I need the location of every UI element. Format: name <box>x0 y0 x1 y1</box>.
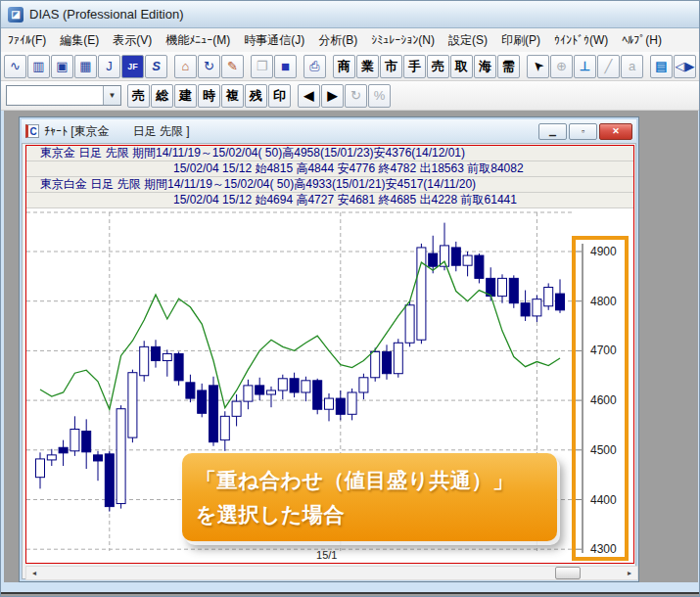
scroll-left-icon[interactable]: ◂ <box>26 567 42 579</box>
symbol-combobox[interactable]: ▼ <box>6 85 121 106</box>
menu-function[interactable]: 機能ﾒﾆｭｰ(M) <box>159 28 237 53</box>
candle <box>533 299 541 316</box>
text-tool-button[interactable]: a <box>621 55 643 78</box>
chart-window: C ﾁｬｰﾄ [東京金 日足 先限 ] ▁ ▫ ✕ 東京金 日足 先限 期間14… <box>19 116 639 582</box>
app-titlebar[interactable]: ◪ DIAS (Professional Edition) <box>1 1 700 28</box>
mdi-frame-left <box>1 111 4 582</box>
chart-window-title: ﾁｬｰﾄ [東京金 日足 先限 ] <box>44 123 537 140</box>
yaxis-tick-label: 4900 <box>590 245 617 258</box>
candle <box>47 455 56 460</box>
stamp-tool-button[interactable]: ⊕ <box>550 55 573 78</box>
candle <box>198 390 207 413</box>
chart-frame: 東京金 日足 先限 期間14/11/19～15/02/04( 50)高4958(… <box>25 145 634 564</box>
quote-header-line-1: 東京金 日足 先限 期間14/11/19～15/02/04( 50)高4958(… <box>26 146 633 161</box>
candle <box>94 455 103 461</box>
menu-help[interactable]: ﾍﾙﾌﾟ(H) <box>615 29 669 51</box>
toolbar-secondary: ▼ 売総建時複残印◀▶↻% <box>1 81 700 111</box>
scrollbar-thumb[interactable] <box>555 567 581 579</box>
chart-refresh-button[interactable]: ↻ <box>198 55 220 78</box>
candle <box>394 343 402 373</box>
quote-board-button[interactable]: ▣ <box>51 55 73 78</box>
report-print-button[interactable]: 印 <box>268 84 291 108</box>
measure-tool-button[interactable]: ⊥ <box>574 55 596 78</box>
home-setup-button[interactable]: ⌂ <box>174 55 197 78</box>
position-button[interactable]: 建 <box>174 84 197 108</box>
industry-button[interactable]: 業 <box>356 55 379 78</box>
menu-jiji-news[interactable]: 時事通信(J) <box>237 28 311 53</box>
menu-view[interactable]: 表示(V) <box>106 28 159 53</box>
menu-settings[interactable]: 設定(S) <box>442 28 494 53</box>
window-cascade-button[interactable]: ❐ <box>251 55 273 78</box>
chart-window-icon: C <box>25 124 39 138</box>
candle <box>383 351 392 373</box>
app-window: ◪ DIAS (Professional Edition) ﾌｧｲﾙ(F)編集(… <box>0 0 700 597</box>
app-title: DIAS (Professional Edition) <box>29 7 184 22</box>
candle <box>36 459 45 478</box>
candle <box>348 392 356 414</box>
trade-button[interactable]: 売 <box>127 84 150 108</box>
line-chart-button[interactable]: ∿ <box>4 55 26 78</box>
candle <box>244 386 253 401</box>
annotation-callout: 「重ね合わせ（値目盛り共通）」 を選択した場合 <box>182 453 557 541</box>
trendline-tool-button[interactable]: ╱ <box>597 55 620 78</box>
yaxis-tick-label: 4800 <box>590 295 617 308</box>
demand-button[interactable]: 需 <box>497 55 520 78</box>
overlay-line <box>40 261 560 409</box>
candle <box>174 353 183 380</box>
jiji-j-button[interactable]: J <box>98 55 120 78</box>
symbol-combobox-value <box>7 86 103 105</box>
menu-file[interactable]: ﾌｧｲﾙ(F) <box>1 29 53 51</box>
candle <box>405 305 414 344</box>
menu-print[interactable]: 印刷(P) <box>494 28 547 53</box>
close-button[interactable]: ✕ <box>599 123 632 140</box>
sell-button[interactable]: 売 <box>427 55 449 78</box>
candle-chart-button[interactable]: ▥ <box>27 55 50 78</box>
prev-button[interactable]: ◀ <box>298 84 320 108</box>
menu-simulation[interactable]: ｼﾐｭﾚｰｼｮﾝ(N) <box>364 29 442 51</box>
balance-button[interactable]: 残 <box>245 84 267 108</box>
yaxis-tick-label: 4600 <box>590 393 617 407</box>
menu-window[interactable]: ｳｲﾝﾄﾞｳ(W) <box>547 29 615 51</box>
combobox-dropdown-icon[interactable]: ▼ <box>103 86 120 105</box>
scroll-right-icon[interactable]: ▸ <box>622 567 637 579</box>
horizontal-scrollbar[interactable]: ◂ ▸ <box>25 566 638 580</box>
toolbar-main: ∿▥▣▦JJFS⌂↻✎❐■⎙商業市手売取海需➤⊕⊥╱a▤◁▶ <box>1 52 700 81</box>
candle <box>451 248 460 265</box>
pointer-tool-button[interactable]: ➤ <box>527 55 549 78</box>
panel-toggle-button[interactable]: ◁▶ <box>674 55 696 78</box>
timeseries-button[interactable]: 時 <box>198 84 220 108</box>
print-button[interactable]: ⎙ <box>303 55 326 78</box>
minimize-button[interactable]: ▁ <box>538 123 567 140</box>
memo-edit-button[interactable]: ✎ <box>221 55 244 78</box>
chart-window-titlebar[interactable]: C ﾁｬｰﾄ [東京金 日足 先限 ] ▁ ▫ ✕ <box>22 119 636 143</box>
data-sync-button[interactable]: S <box>145 55 167 78</box>
window-active-button[interactable]: ■ <box>274 55 297 78</box>
chart-window-content: 東京金 日足 先限 期間14/11/19～15/02/04( 50)高4958(… <box>22 143 636 579</box>
jiji-jf-button[interactable]: JF <box>121 55 144 78</box>
deal-button[interactable]: 取 <box>450 55 473 78</box>
summary-button[interactable]: 総 <box>151 84 173 108</box>
quote-header-line-3: 東京白金 日足 先限 期間14/11/19～15/02/04( 50)高4933… <box>26 177 633 193</box>
candle <box>521 303 530 316</box>
annotation-line2: を選択した場合 <box>196 497 543 531</box>
maximize-button[interactable]: ▫ <box>569 123 597 140</box>
candle <box>152 346 161 360</box>
market-button[interactable]: 市 <box>380 55 402 78</box>
formula-button[interactable]: % <box>368 84 391 108</box>
menu-analysis[interactable]: 分析(B) <box>311 28 364 53</box>
candle <box>371 351 380 377</box>
candle <box>232 401 241 416</box>
quote-table-button[interactable]: ▦ <box>74 55 97 78</box>
candle <box>186 383 195 398</box>
note-window-button[interactable]: ▤ <box>650 55 673 78</box>
loop-button[interactable]: ↻ <box>345 84 367 108</box>
multi-chart-button[interactable]: 複 <box>221 84 244 108</box>
candle <box>256 386 264 394</box>
hand-button[interactable]: 手 <box>403 55 426 78</box>
next-button[interactable]: ▶ <box>321 84 344 108</box>
overseas-button[interactable]: 海 <box>474 55 496 78</box>
scrollbar-track[interactable] <box>42 567 622 579</box>
menu-edit[interactable]: 編集(E) <box>53 28 106 53</box>
yaxis-tick-label: 4400 <box>590 493 617 507</box>
commodity-button[interactable]: 商 <box>333 55 355 78</box>
